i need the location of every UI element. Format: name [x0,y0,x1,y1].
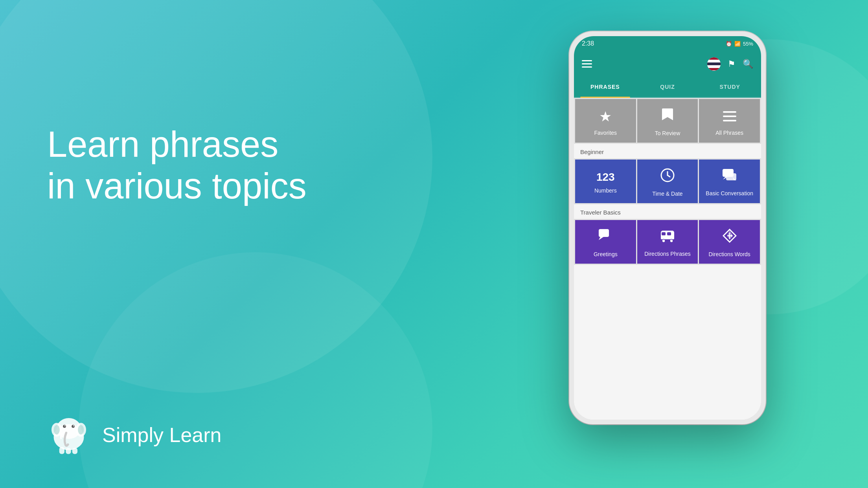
numbers-card[interactable]: 123 Numbers [575,160,636,203]
svg-rect-10 [59,447,64,454]
svg-rect-12 [72,448,77,454]
svg-point-29 [662,239,665,242]
content-area: ★ Favorites To Review [574,98,761,420]
speech-icon [598,229,612,246]
traveler-cards-row: Greetings [574,219,761,265]
svg-point-9 [73,426,74,427]
svg-rect-11 [66,448,71,454]
direction-sign-icon [723,229,737,246]
clock-icon [660,168,675,186]
svg-line-18 [668,175,670,177]
svg-rect-27 [667,232,671,235]
chat-bubble-icon [722,169,737,185]
phone-device: 2:38 ⏰ 📶 55% [569,12,766,475]
svg-rect-28 [661,237,674,239]
hamburger-menu-button[interactable] [582,60,592,68]
status-time: 2:38 [582,40,594,47]
bookmark-icon[interactable]: ⚑ [728,59,736,69]
signal-icon: 📶 [734,41,741,47]
left-section: Learn phrases in various topics [0,0,342,488]
battery-label: 55% [743,41,753,47]
tab-quiz[interactable]: QUIZ [636,77,699,97]
beginner-cards-row: 123 Numbers Time & Date [574,158,761,204]
basic-conversation-card[interactable]: Basic Conversation [699,160,760,203]
to-review-label: To Review [655,130,680,136]
to-review-card[interactable]: To Review [637,99,698,143]
search-icon[interactable]: 🔍 [743,59,753,69]
tab-bar: PHRASES QUIZ STUDY [574,77,761,98]
svg-rect-23 [599,229,609,237]
svg-point-6 [63,425,66,428]
basic-conversation-label: Basic Conversation [706,190,753,196]
nav-right-icons: ⚑ 🔍 [707,57,753,71]
elephant-logo-icon [47,413,90,457]
top-cards-row: ★ Favorites To Review [574,98,761,144]
beginner-section-header: Beginner [574,144,761,158]
bus-icon [660,229,675,246]
svg-rect-14 [723,116,736,117]
bookmark-card-icon [661,108,674,125]
directions-words-card[interactable]: Directions Words [699,220,760,264]
language-flag-button[interactable] [707,57,721,71]
status-icons: ⏰ 📶 55% [726,41,753,47]
numbers-label: Numbers [594,187,617,194]
directions-phrases-label: Directions Phrases [644,251,691,257]
svg-rect-26 [662,232,666,235]
svg-point-30 [670,239,673,242]
list-icon [723,108,736,125]
greetings-label: Greetings [594,251,618,257]
time-date-card[interactable]: Time & Date [637,160,698,203]
directions-phrases-card[interactable]: Directions Phrases [637,220,698,264]
brand-name: Simply Learn [102,423,221,447]
nav-bar: ⚑ 🔍 [574,51,761,77]
svg-point-8 [64,426,66,427]
phone-screen: 2:38 ⏰ 📶 55% [574,36,761,420]
brand-section: Simply Learn [47,413,221,457]
tab-study[interactable]: STUDY [699,77,761,97]
svg-marker-24 [599,237,603,240]
svg-point-7 [72,425,75,428]
svg-point-4 [54,425,60,435]
main-title: Learn phrases in various topics [47,124,307,207]
all-phrases-label: All Phrases [715,130,743,136]
numbers-icon: 123 [596,172,615,183]
greetings-card[interactable]: Greetings [575,220,636,264]
svg-rect-13 [723,111,736,113]
svg-point-5 [78,425,84,435]
alarm-icon: ⏰ [726,41,732,47]
phone-outer-shell: 2:38 ⏰ 📶 55% [569,31,766,424]
favorites-card[interactable]: ★ Favorites [575,99,636,143]
svg-rect-15 [723,120,736,121]
star-icon: ★ [599,108,612,125]
traveler-section-header: Traveler Basics [574,204,761,219]
directions-words-label: Directions Words [709,251,750,257]
time-date-label: Time & Date [652,191,682,197]
all-phrases-card[interactable]: All Phrases [699,99,760,143]
favorites-label: Favorites [594,130,617,136]
tab-phrases[interactable]: PHRASES [574,77,636,97]
status-bar: 2:38 ⏰ 📶 55% [574,36,761,51]
